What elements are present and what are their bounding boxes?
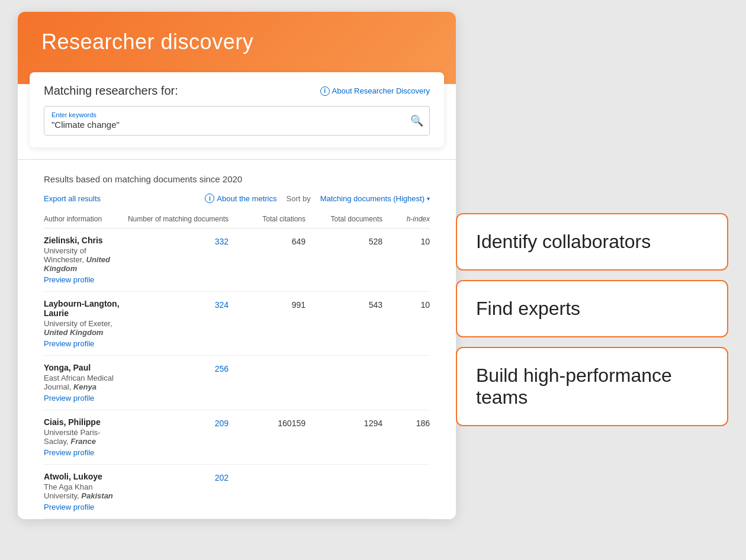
feature-card-2: Build high-performance teams bbox=[456, 347, 728, 426]
right-controls: i About the metrics Sort by Matching doc… bbox=[205, 194, 430, 203]
table-row: Zielinski, Chris University of Wincheste… bbox=[44, 228, 430, 292]
main-card: Researcher discovery Matching researcher… bbox=[18, 12, 456, 519]
col-total-documents: Total documents bbox=[306, 215, 382, 223]
author-affiliation: University of Winchester, United Kingdom bbox=[44, 246, 122, 273]
h-index-value: 186 bbox=[382, 417, 430, 428]
matching-docs-value: 256 bbox=[122, 363, 229, 374]
chevron-down-icon: ▾ bbox=[427, 195, 430, 202]
search-button[interactable]: 🔍 bbox=[410, 114, 423, 127]
feature-card-label: Identify collaborators bbox=[476, 231, 651, 252]
table-header: Author information Number of matching do… bbox=[44, 210, 430, 228]
total-citations-value: 649 bbox=[229, 236, 306, 246]
author-affiliation: The Aga Khan University, Pakistan bbox=[44, 482, 122, 500]
metrics-link[interactable]: i About the metrics bbox=[205, 194, 276, 203]
export-link[interactable]: Export all results bbox=[44, 194, 101, 203]
matching-docs-value: 332 bbox=[122, 236, 229, 246]
matching-text: Matching researchers for: bbox=[44, 84, 178, 98]
author-info: Laybourn-Langton, Laurie University of E… bbox=[44, 299, 122, 348]
author-info: Yonga, Paul East African Medical Journal… bbox=[44, 363, 122, 403]
h-index-value bbox=[382, 363, 430, 364]
matching-docs-value: 324 bbox=[122, 299, 229, 310]
search-box[interactable]: Enter keywords "Climate change" 🔍 bbox=[44, 106, 430, 136]
total-citations-value: 160159 bbox=[229, 417, 306, 428]
feature-card-0: Identify collaborators bbox=[456, 213, 728, 271]
total-documents-value: 528 bbox=[306, 236, 382, 246]
search-panel: Matching researchers for: i About Resear… bbox=[30, 72, 444, 147]
preview-profile-link[interactable]: Preview profile bbox=[44, 394, 122, 403]
preview-profile-link[interactable]: Preview profile bbox=[44, 275, 122, 284]
feature-card-label: Build high-performance teams bbox=[476, 365, 672, 408]
h-index-value: 10 bbox=[382, 236, 430, 246]
matching-docs-value: 209 bbox=[122, 417, 229, 428]
author-info: Zielinski, Chris University of Wincheste… bbox=[44, 236, 122, 284]
table-row: Atwoli, Lukoye The Aga Khan University, … bbox=[44, 465, 430, 519]
matching-docs-value: 202 bbox=[122, 472, 229, 482]
sort-value-text: Matching documents (Highest) bbox=[320, 194, 425, 203]
feature-cards: Identify collaboratorsFind expertsBuild … bbox=[456, 213, 728, 426]
search-value: "Climate change" bbox=[52, 120, 120, 130]
results-controls: Export all results i About the metrics S… bbox=[32, 194, 442, 203]
info-icon: i bbox=[320, 86, 330, 96]
col-total-citations: Total citations bbox=[229, 215, 306, 223]
page-title: Researcher discovery bbox=[41, 30, 432, 54]
results-area: Results based on matching documents sinc… bbox=[18, 160, 456, 519]
author-name: Atwoli, Lukoye bbox=[44, 472, 122, 481]
results-rows: Zielinski, Chris University of Wincheste… bbox=[32, 228, 442, 519]
author-info: Atwoli, Lukoye The Aga Khan University, … bbox=[44, 472, 122, 511]
total-documents-value: 1294 bbox=[306, 417, 382, 428]
author-name: Ciais, Philippe bbox=[44, 417, 122, 427]
author-affiliation: University of Exeter, United Kingdom bbox=[44, 319, 122, 337]
author-name: Zielinski, Chris bbox=[44, 236, 122, 245]
total-citations-value bbox=[229, 363, 306, 364]
metrics-label: About the metrics bbox=[217, 194, 276, 203]
total-citations-value: 991 bbox=[229, 299, 306, 310]
table-row: Ciais, Philippe Université Paris-Saclay,… bbox=[44, 410, 430, 465]
h-index-value: 10 bbox=[382, 299, 430, 310]
author-affiliation: Université Paris-Saclay, France bbox=[44, 428, 122, 446]
sort-dropdown[interactable]: Matching documents (Highest) ▾ bbox=[320, 194, 430, 203]
total-documents-value bbox=[306, 472, 382, 473]
search-label: Enter keywords bbox=[52, 111, 406, 118]
table-row: Laybourn-Langton, Laurie University of E… bbox=[44, 292, 430, 356]
col-matching-docs: Number of matching documents bbox=[122, 215, 229, 223]
total-documents-value bbox=[306, 363, 382, 364]
about-link[interactable]: i About Researcher Discovery bbox=[320, 86, 430, 96]
author-info: Ciais, Philippe Université Paris-Saclay,… bbox=[44, 417, 122, 457]
matching-label: Matching researchers for: i About Resear… bbox=[44, 84, 430, 98]
feature-card-1: Find experts bbox=[456, 280, 728, 337]
col-author-info: Author information bbox=[44, 215, 122, 223]
feature-card-label: Find experts bbox=[476, 298, 580, 319]
results-since-text: Results based on matching documents sinc… bbox=[32, 174, 442, 184]
metrics-info-icon: i bbox=[205, 194, 214, 203]
h-index-value bbox=[382, 472, 430, 473]
table-row: Yonga, Paul East African Medical Journal… bbox=[44, 356, 430, 410]
about-link-text: About Researcher Discovery bbox=[332, 86, 430, 95]
preview-profile-link[interactable]: Preview profile bbox=[44, 503, 122, 511]
total-documents-value: 543 bbox=[306, 299, 382, 310]
preview-profile-link[interactable]: Preview profile bbox=[44, 448, 122, 457]
col-h-index: h-index bbox=[382, 215, 430, 223]
author-affiliation: East African Medical Journal, Kenya bbox=[44, 374, 122, 391]
page-container: Researcher discovery Matching researcher… bbox=[0, 0, 746, 560]
author-name: Yonga, Paul bbox=[44, 363, 122, 372]
total-citations-value bbox=[229, 472, 306, 473]
sort-label: Sort by bbox=[287, 194, 311, 203]
preview-profile-link[interactable]: Preview profile bbox=[44, 339, 122, 348]
author-name: Laybourn-Langton, Laurie bbox=[44, 299, 122, 318]
